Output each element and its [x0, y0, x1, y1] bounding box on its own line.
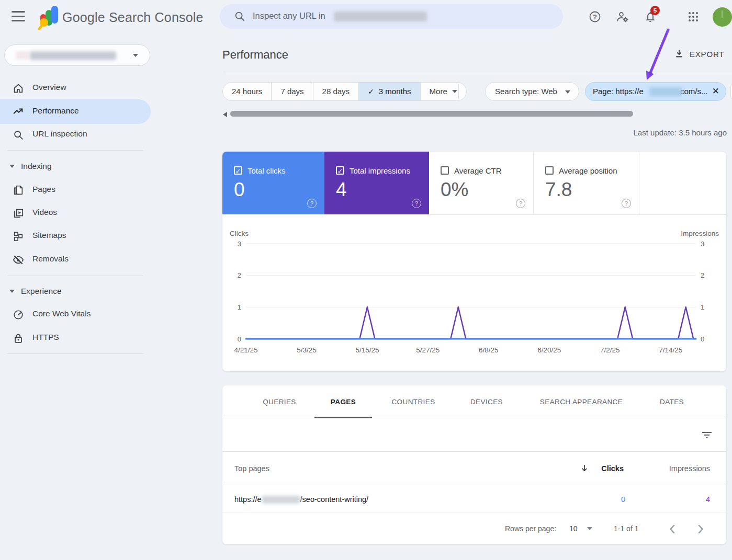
svg-text:Clicks: Clicks — [230, 230, 249, 237]
average-position-card[interactable]: Average position 7.8 ? — [534, 152, 639, 214]
checkbox-checked[interactable]: ✓ — [336, 166, 344, 175]
sidebar-item-removals[interactable]: Removals — [0, 248, 151, 271]
sidebar-item-sitemaps[interactable]: Sitemaps — [0, 225, 151, 248]
sidebar-item-url-inspection[interactable]: URL inspection — [0, 123, 151, 146]
tab-search-appearance[interactable]: SEARCH APPEARANCE — [540, 398, 623, 406]
sidebar-item-performance[interactable]: Performance — [0, 99, 151, 124]
tab-devices[interactable]: DEVICES — [470, 398, 503, 406]
tab-queries[interactable]: QUERIES — [263, 398, 296, 406]
pagination-range: 1-1 of 1 — [614, 524, 638, 533]
sidebar-section-indexing[interactable]: Indexing — [0, 156, 151, 177]
table-toolbar — [222, 418, 726, 452]
chevron-down-icon[interactable] — [587, 527, 592, 530]
apps-grid-icon[interactable] — [687, 10, 700, 23]
svg-text:1: 1 — [701, 303, 704, 311]
pages-icon — [13, 185, 24, 196]
user-settings-icon[interactable] — [616, 10, 629, 23]
filter-icon[interactable] — [701, 429, 713, 441]
dimensions-table-panel: QUERIES PAGES COUNTRIES DEVICES SEARCH A… — [222, 385, 726, 544]
url-inspect-search-input[interactable]: Inspect any URL in — [220, 4, 563, 29]
checkbox-unchecked[interactable] — [441, 166, 449, 175]
previous-page-button[interactable] — [665, 522, 680, 536]
page-filter-chip[interactable]: Page: https://e.com/s... ✕ — [585, 82, 726, 101]
tab-pages[interactable]: PAGES — [331, 398, 356, 406]
page-url-cell[interactable]: https://e/seo-content-writing/ — [234, 495, 368, 504]
divider — [7, 276, 143, 276]
column-header-clicks[interactable]: Clicks — [601, 464, 624, 473]
svg-text:7/2/25: 7/2/25 — [600, 346, 620, 354]
date-range-24-hours[interactable]: 24 hours — [223, 83, 272, 100]
svg-text:1: 1 — [238, 303, 241, 311]
svg-text:3: 3 — [238, 240, 241, 248]
performance-chart-panel: ✓ Total clicks 0 ? ✓ Total impressions 4… — [222, 152, 726, 371]
horizontal-scrollbar[interactable] — [230, 111, 633, 117]
svg-text:2: 2 — [701, 271, 704, 279]
svg-text:?: ? — [593, 14, 597, 21]
property-selector[interactable] — [4, 44, 150, 66]
help-icon[interactable]: ? — [307, 199, 317, 208]
page-title: Performance — [222, 48, 288, 62]
chevron-down-icon — [565, 90, 570, 94]
chevron-down-icon — [133, 54, 138, 57]
table-header-row: Top pages Clicks Impressions — [222, 452, 726, 485]
menu-icon[interactable] — [12, 11, 25, 21]
checkbox-checked[interactable]: ✓ — [234, 166, 242, 175]
clicks-value-cell: 0 — [621, 495, 625, 504]
table-row[interactable]: https://e/seo-content-writing/ 0 4 — [222, 486, 726, 512]
sidebar-item-core-web-vitals[interactable]: Core Web Vitals — [0, 303, 151, 326]
svg-text:3: 3 — [701, 240, 704, 248]
date-range-more-button[interactable]: More — [421, 83, 466, 100]
chevron-down-icon — [9, 165, 15, 168]
export-button[interactable]: EXPORT — [673, 47, 730, 62]
next-page-button[interactable] — [693, 522, 708, 536]
svg-text:0: 0 — [701, 335, 704, 343]
column-header-impressions[interactable]: Impressions — [669, 464, 710, 473]
help-icon[interactable]: ? — [589, 10, 601, 23]
divider — [458, 84, 459, 99]
redacted-property-name — [334, 12, 427, 21]
videos-icon — [13, 208, 24, 219]
sort-descending-icon[interactable] — [580, 463, 589, 473]
svg-text:Impressions: Impressions — [681, 230, 719, 237]
impressions-value-cell: 4 — [706, 495, 710, 504]
date-range-7-days[interactable]: 7 days — [272, 83, 313, 100]
date-range-3-months[interactable]: ✓3 months — [359, 83, 420, 100]
sidebar-item-pages[interactable]: Pages — [0, 179, 151, 202]
pagination-bar: Rows per page: 10 1-1 of 1 — [222, 512, 726, 544]
search-console-logo-icon — [38, 5, 61, 30]
checkbox-unchecked[interactable] — [545, 166, 554, 175]
performance-line-chart: 001122334/21/255/3/255/15/255/27/256/8/2… — [222, 228, 726, 359]
rows-per-page-select[interactable]: 10 — [569, 524, 578, 533]
sitemaps-icon — [13, 231, 24, 242]
date-range-filter-group: 24 hours 7 days 28 days ✓3 months More — [222, 82, 467, 101]
divider — [429, 214, 726, 215]
date-range-28-days[interactable]: 28 days — [313, 83, 359, 100]
scroll-left-arrow[interactable] — [223, 112, 227, 117]
sidebar-item-https[interactable]: HTTPS — [0, 327, 151, 350]
avatar[interactable] — [713, 7, 732, 27]
check-icon: ✓ — [368, 87, 374, 96]
close-icon[interactable]: ✕ — [712, 83, 719, 100]
redacted-url-segment — [649, 87, 682, 96]
sidebar-item-overview[interactable]: Overview — [0, 77, 151, 100]
lock-icon — [13, 333, 24, 344]
total-clicks-card[interactable]: ✓ Total clicks 0 ? — [222, 152, 324, 214]
home-icon — [13, 83, 24, 94]
total-impressions-card[interactable]: ✓ Total impressions 4 ? — [324, 152, 429, 214]
help-icon[interactable]: ? — [412, 199, 421, 208]
help-icon[interactable]: ? — [622, 199, 631, 208]
tab-dates[interactable]: DATES — [660, 398, 684, 406]
sidebar-item-videos[interactable]: Videos — [0, 202, 151, 225]
gauge-icon — [13, 309, 24, 321]
svg-text:6/20/25: 6/20/25 — [537, 346, 561, 354]
svg-text:2: 2 — [238, 271, 241, 279]
last-update-text: Last update: 3.5 hours ago — [634, 128, 727, 137]
help-icon[interactable]: ? — [516, 199, 525, 208]
svg-text:5/15/25: 5/15/25 — [355, 346, 379, 354]
tab-countries[interactable]: COUNTRIES — [391, 398, 435, 406]
clicks-impressions-chart: 001122334/21/255/3/255/15/255/27/256/8/2… — [222, 228, 726, 359]
sidebar-section-experience[interactable]: Experience — [0, 281, 151, 302]
search-type-filter[interactable]: Search type: Web — [485, 82, 579, 101]
average-ctr-card[interactable]: Average CTR 0% ? — [429, 152, 534, 214]
column-header-top-pages[interactable]: Top pages — [234, 464, 269, 473]
